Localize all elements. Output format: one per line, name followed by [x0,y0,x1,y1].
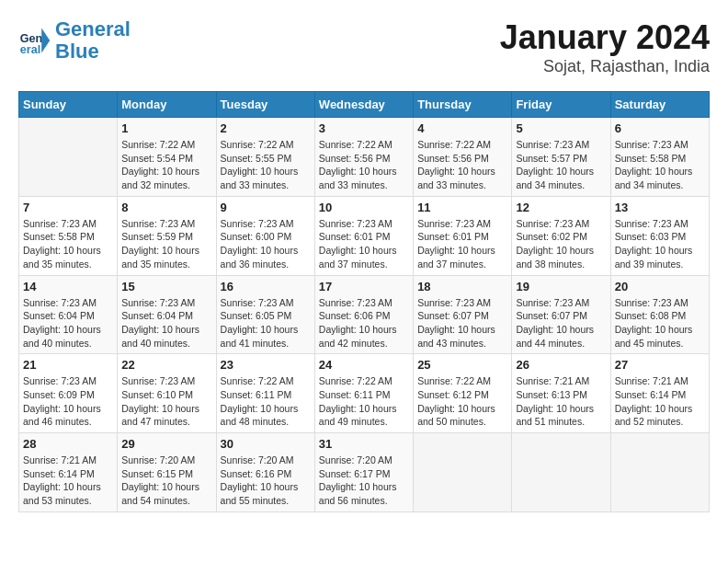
calendar-cell [414,433,512,512]
day-number: 11 [417,201,507,214]
day-number: 29 [121,437,211,451]
day-number: 23 [221,358,311,372]
calendar-cell: 11Sunrise: 7:23 AM Sunset: 6:01 PM Dayli… [414,196,512,275]
day-info: Sunrise: 7:23 AM Sunset: 6:10 PM Dayligh… [121,374,211,429]
day-number: 2 [221,121,311,135]
day-info: Sunrise: 7:23 AM Sunset: 5:58 PM Dayligh… [615,138,705,192]
day-number: 7 [23,201,113,214]
calendar-cell: 21Sunrise: 7:23 AM Sunset: 6:09 PM Dayli… [19,354,118,433]
day-info: Sunrise: 7:23 AM Sunset: 5:59 PM Dayligh… [121,217,211,271]
calendar-table: SundayMondayTuesdayWednesdayThursdayFrid… [18,91,710,512]
day-info: Sunrise: 7:20 AM Sunset: 6:15 PM Dayligh… [121,454,211,508]
day-info: Sunrise: 7:21 AM Sunset: 6:14 PM Dayligh… [615,374,705,429]
calendar-cell: 29Sunrise: 7:20 AM Sunset: 6:15 PM Dayli… [118,433,216,512]
day-number: 31 [319,437,409,451]
calendar-cell: 26Sunrise: 7:21 AM Sunset: 6:13 PM Dayli… [512,354,610,433]
day-info: Sunrise: 7:23 AM Sunset: 6:09 PM Dayligh… [23,374,113,429]
day-number: 1 [121,121,211,135]
header-row: SundayMondayTuesdayWednesdayThursdayFrid… [19,92,710,118]
calendar-cell: 5Sunrise: 7:23 AM Sunset: 5:57 PM Daylig… [512,118,610,197]
day-info: Sunrise: 7:23 AM Sunset: 6:05 PM Dayligh… [221,296,311,350]
day-info: Sunrise: 7:20 AM Sunset: 6:17 PM Dayligh… [319,454,409,508]
calendar-body: 1Sunrise: 7:22 AM Sunset: 5:54 PM Daylig… [19,118,710,512]
day-info: Sunrise: 7:22 AM Sunset: 6:11 PM Dayligh… [319,374,409,429]
calendar-subtitle: Sojat, Rajasthan, India [500,57,710,76]
day-number: 17 [319,280,409,293]
day-number: 26 [516,358,606,372]
day-info: Sunrise: 7:23 AM Sunset: 6:07 PM Dayligh… [516,296,606,350]
calendar-cell: 24Sunrise: 7:22 AM Sunset: 6:11 PM Dayli… [314,354,413,433]
calendar-cell: 8Sunrise: 7:23 AM Sunset: 5:59 PM Daylig… [118,196,216,275]
header-cell-sunday: Sunday [19,92,118,118]
page-header: Gen eral General Blue January 2024 Sojat… [18,18,710,76]
day-info: Sunrise: 7:22 AM Sunset: 5:54 PM Dayligh… [121,138,211,192]
day-number: 6 [615,121,705,135]
calendar-cell: 12Sunrise: 7:23 AM Sunset: 6:02 PM Dayli… [512,196,610,275]
day-info: Sunrise: 7:22 AM Sunset: 5:55 PM Dayligh… [221,138,311,192]
title-block: January 2024 Sojat, Rajasthan, India [500,18,710,76]
day-number: 4 [417,121,507,135]
header-cell-thursday: Thursday [414,92,512,118]
calendar-cell: 10Sunrise: 7:23 AM Sunset: 6:01 PM Dayli… [314,196,413,275]
calendar-cell: 16Sunrise: 7:23 AM Sunset: 6:05 PM Dayli… [216,275,314,354]
day-info: Sunrise: 7:23 AM Sunset: 6:07 PM Dayligh… [417,296,507,350]
calendar-cell: 25Sunrise: 7:22 AM Sunset: 6:12 PM Dayli… [414,354,512,433]
day-number: 10 [319,201,409,214]
calendar-cell [610,433,709,512]
day-info: Sunrise: 7:23 AM Sunset: 6:01 PM Dayligh… [417,217,507,271]
calendar-cell: 14Sunrise: 7:23 AM Sunset: 6:04 PM Dayli… [19,275,118,354]
day-number: 18 [417,280,507,293]
day-info: Sunrise: 7:23 AM Sunset: 6:06 PM Dayligh… [319,296,409,350]
header-cell-tuesday: Tuesday [216,92,314,118]
day-number: 5 [516,121,606,135]
day-number: 24 [319,358,409,372]
calendar-cell [19,118,118,197]
day-info: Sunrise: 7:23 AM Sunset: 5:57 PM Dayligh… [516,138,606,192]
calendar-cell [512,433,610,512]
day-number: 3 [319,121,409,135]
calendar-cell: 4Sunrise: 7:22 AM Sunset: 5:56 PM Daylig… [414,118,512,197]
header-cell-wednesday: Wednesday [314,92,413,118]
day-number: 14 [23,280,113,293]
day-number: 30 [221,437,311,451]
header-cell-friday: Friday [512,92,610,118]
calendar-cell: 31Sunrise: 7:20 AM Sunset: 6:17 PM Dayli… [314,433,413,512]
calendar-cell: 17Sunrise: 7:23 AM Sunset: 6:06 PM Dayli… [314,275,413,354]
day-info: Sunrise: 7:23 AM Sunset: 5:58 PM Dayligh… [23,217,113,271]
logo-text: General Blue [55,18,131,63]
week-row-2: 14Sunrise: 7:23 AM Sunset: 6:04 PM Dayli… [19,275,710,354]
day-number: 22 [121,358,211,372]
calendar-cell: 22Sunrise: 7:23 AM Sunset: 6:10 PM Dayli… [118,354,216,433]
day-info: Sunrise: 7:20 AM Sunset: 6:16 PM Dayligh… [221,454,311,508]
calendar-cell: 9Sunrise: 7:23 AM Sunset: 6:00 PM Daylig… [216,196,314,275]
week-row-4: 28Sunrise: 7:21 AM Sunset: 6:14 PM Dayli… [19,433,710,512]
calendar-cell: 6Sunrise: 7:23 AM Sunset: 5:58 PM Daylig… [610,118,709,197]
calendar-cell: 15Sunrise: 7:23 AM Sunset: 6:04 PM Dayli… [118,275,216,354]
calendar-cell: 19Sunrise: 7:23 AM Sunset: 6:07 PM Dayli… [512,275,610,354]
day-info: Sunrise: 7:21 AM Sunset: 6:14 PM Dayligh… [23,454,113,508]
calendar-cell: 23Sunrise: 7:22 AM Sunset: 6:11 PM Dayli… [216,354,314,433]
svg-text:eral: eral [20,44,40,57]
logo: Gen eral General Blue [18,18,131,63]
calendar-cell: 1Sunrise: 7:22 AM Sunset: 5:54 PM Daylig… [118,118,216,197]
day-number: 21 [23,358,113,372]
day-info: Sunrise: 7:23 AM Sunset: 6:00 PM Dayligh… [221,217,311,271]
day-number: 12 [516,201,606,214]
day-number: 19 [516,280,606,293]
day-info: Sunrise: 7:22 AM Sunset: 6:11 PM Dayligh… [221,374,311,429]
calendar-cell: 27Sunrise: 7:21 AM Sunset: 6:14 PM Dayli… [610,354,709,433]
calendar-cell: 30Sunrise: 7:20 AM Sunset: 6:16 PM Dayli… [216,433,314,512]
day-info: Sunrise: 7:22 AM Sunset: 5:56 PM Dayligh… [417,138,507,192]
calendar-cell: 7Sunrise: 7:23 AM Sunset: 5:58 PM Daylig… [19,196,118,275]
day-info: Sunrise: 7:23 AM Sunset: 6:02 PM Dayligh… [516,217,606,271]
day-number: 16 [221,280,311,293]
svg-marker-2 [41,29,50,53]
day-info: Sunrise: 7:22 AM Sunset: 6:12 PM Dayligh… [417,374,507,429]
calendar-cell: 28Sunrise: 7:21 AM Sunset: 6:14 PM Dayli… [19,433,118,512]
day-number: 15 [121,280,211,293]
calendar-cell: 18Sunrise: 7:23 AM Sunset: 6:07 PM Dayli… [414,275,512,354]
day-number: 9 [221,201,311,214]
day-number: 27 [615,358,705,372]
day-number: 28 [23,437,113,451]
week-row-1: 7Sunrise: 7:23 AM Sunset: 5:58 PM Daylig… [19,196,710,275]
